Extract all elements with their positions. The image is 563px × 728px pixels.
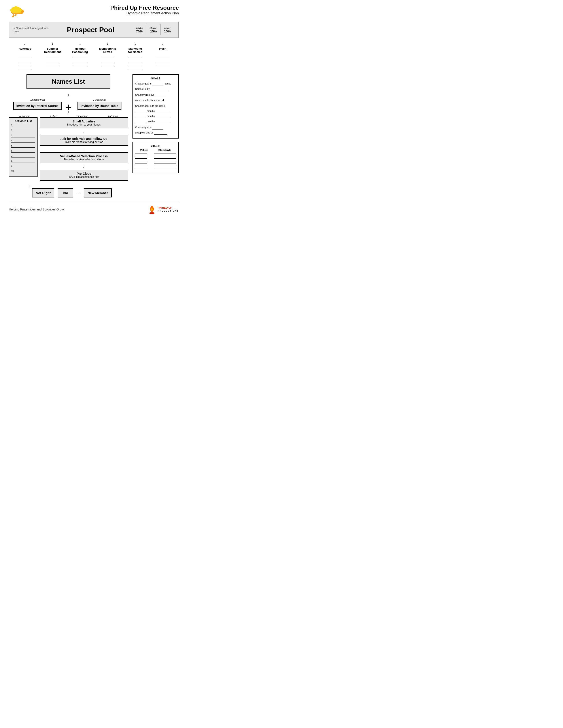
- flow-arrow-1: ↓: [83, 129, 85, 134]
- blank-line: [129, 59, 142, 62]
- goals-line-1: Chapter goal is names: [135, 82, 176, 86]
- page-footer: Helping Fraternities and Sororities Grow…: [9, 202, 179, 214]
- invitation-roundtable-box: Invitation by Round Table: [77, 102, 121, 110]
- goals-line-6: men by: [135, 109, 176, 113]
- goals-line-5: Chapter goal is to pre-close:: [135, 104, 176, 108]
- pool-maybe: maybe 70%: [132, 27, 146, 33]
- activities-list-box: Activities List 1. 2. 3. 4. 5. 6. 7. 8. …: [9, 117, 38, 177]
- vbsp-std-6: [154, 166, 176, 166]
- arrow-referrals: ↓: [24, 41, 26, 46]
- pool-never: never 15%: [161, 27, 174, 33]
- footer-tagline: Helping Fraternities and Sororities Grow…: [9, 208, 64, 211]
- invitation-roundtable-wrap: 1 week max Invitation by Round Table: [71, 98, 128, 110]
- flow-step-2-title: Ask for Referrals and Follow-Up: [43, 137, 124, 141]
- blank-line: [156, 63, 169, 66]
- page-header: Phired Up Free Resource Dynamic Recruitm…: [9, 4, 179, 19]
- goals-date-blank: [150, 87, 168, 91]
- blank-line: [101, 55, 114, 58]
- goals-line-9: Chapter goal is: [135, 126, 176, 129]
- flow-step-2-sub: Invite his friends to 'hang out' too: [43, 141, 124, 144]
- vbsp-val-2: [135, 156, 147, 156]
- goals-line-7: men by: [135, 114, 176, 118]
- svg-rect-7: [12, 10, 21, 13]
- blank-line: [129, 67, 142, 70]
- blank-6b: [155, 109, 171, 113]
- names-list-box: Names List: [26, 74, 110, 89]
- flow-arrow-2: ↓: [83, 147, 85, 152]
- blank-line: [73, 59, 87, 62]
- categories-row: Referrals SummerRecruitment MemberPositi…: [9, 47, 179, 54]
- flow-area: Activities List 1. 2. 3. 4. 5. 6. 7. 8. …: [9, 117, 128, 181]
- vbsp-row-7: [135, 168, 176, 168]
- left-center-section: Names List ↓ 72 hours max Invitation by …: [9, 74, 128, 197]
- page-title: Phired Up Free Resource: [110, 4, 179, 11]
- vbsp-row-2: [135, 156, 176, 156]
- footer-logo-text: PHIRED UP PRODUCTIONS: [158, 206, 179, 212]
- bid-box: Bid: [58, 188, 73, 197]
- not-right-box: Not Right: [32, 188, 54, 197]
- never-value: 15%: [164, 29, 171, 33]
- method-letter: Letter: [50, 115, 56, 117]
- method-electronic: Electronic: [77, 115, 87, 117]
- method-telephone: Telephone: [19, 115, 30, 117]
- activities-item-4: 4.: [11, 139, 35, 143]
- arrow-summer: ↓: [51, 41, 53, 46]
- invitation-referral-title: Invitation by Referral Source: [16, 104, 58, 108]
- blank-line: [156, 55, 169, 58]
- lines-col-2: [41, 55, 64, 70]
- blank-8a: [135, 120, 146, 124]
- arrow-rush: ↓: [162, 41, 164, 46]
- activities-item-7: 7.: [11, 154, 35, 158]
- invitation-row: 72 hours max Invitation by Referral Sour…: [9, 98, 128, 114]
- invitation-referral-box: Invitation by Referral Source: [13, 102, 62, 110]
- blank-line: [101, 63, 114, 66]
- arrow-positioning: ↓: [79, 41, 81, 46]
- activities-list-title: Activities List: [11, 120, 35, 123]
- always-label: always: [150, 27, 157, 29]
- goals-line-4: names up the list every wk: [135, 98, 176, 102]
- names-list-title: Names List: [40, 78, 97, 85]
- blank-7a: [135, 114, 146, 118]
- lines-col-4: [97, 55, 119, 70]
- blank-9: [152, 126, 163, 129]
- flow-step-1: Small Activities Introduce him to your f…: [40, 117, 128, 128]
- blank-7b: [155, 114, 170, 118]
- blank-line: [18, 59, 32, 62]
- flow-step-3: Values-Based Selection Process Based on …: [40, 152, 128, 163]
- bid-label: Bid: [63, 191, 68, 195]
- lines-col-6: [152, 55, 174, 70]
- vbsp-val-7: [135, 168, 147, 168]
- flow-step-3-sub: Based on written selection criteria: [43, 158, 124, 161]
- category-drives: MembershipDrives: [97, 47, 119, 54]
- main-content: Names List ↓ 72 hours max Invitation by …: [9, 74, 179, 197]
- activities-item-10: 10.: [11, 170, 35, 173]
- goals-line-10: accepted bids by: [135, 131, 176, 135]
- not-right-label: Not Right: [36, 191, 51, 195]
- goals-line-2: ON the list by: [135, 87, 176, 91]
- blank-line: [18, 63, 32, 66]
- always-value: 15%: [150, 29, 157, 33]
- blank-line: [18, 67, 32, 70]
- category-referrals: Referrals: [14, 47, 36, 54]
- maybe-label: maybe: [135, 27, 143, 29]
- vbsp-val-3: [135, 158, 147, 159]
- blank-line: [73, 63, 87, 66]
- blank-line: [46, 55, 59, 58]
- arrow-marketing: ↓: [134, 41, 136, 46]
- blank-line: [129, 63, 142, 66]
- activities-item-8: 8.: [11, 159, 35, 163]
- blank-6a: [135, 109, 146, 113]
- outcome-boxes: Not Right Bid → New Member: [9, 188, 128, 197]
- vbsp-std-3: [154, 158, 176, 159]
- arrow-to-outcomes: ↓: [29, 183, 31, 188]
- blank-line: [101, 59, 114, 62]
- vbsp-std-7: [154, 168, 176, 168]
- vbsp-std-2: [154, 156, 176, 156]
- prospect-pool-label: # Non- Greek Undergraduate men: [14, 27, 49, 33]
- flow-arrow-3: ↓: [83, 164, 85, 169]
- vbsp-std-4: [154, 161, 176, 161]
- blank-line: [73, 55, 87, 58]
- prospect-pool-title: Prospect Pool: [49, 26, 132, 34]
- arrow-drives: ↓: [107, 41, 109, 46]
- referral-timing: 72 hours max: [30, 98, 45, 101]
